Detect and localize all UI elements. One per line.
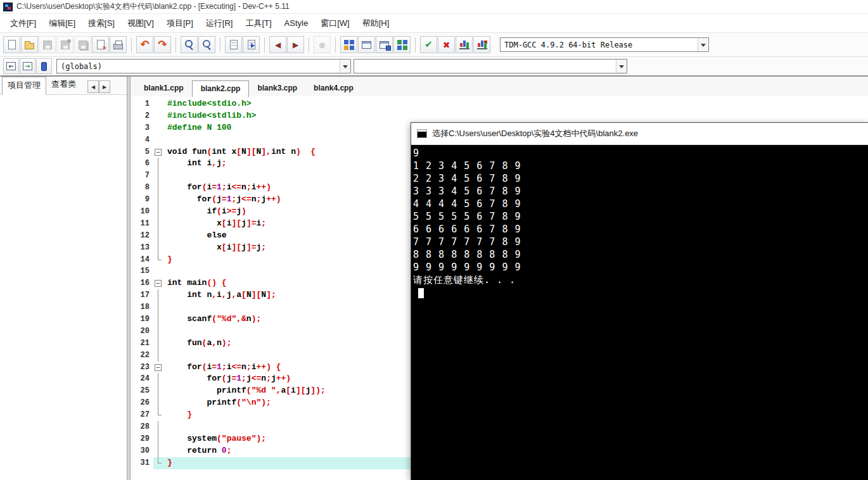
open-button[interactable] (21, 36, 38, 53)
toolbar-separator (335, 37, 336, 53)
fold-margin[interactable]: − (153, 277, 163, 289)
find-in-files-icon (201, 39, 212, 50)
compiler-select[interactable]: TDM-GCC 4.9.2 64-bit Release (500, 37, 709, 52)
fold-line (158, 289, 158, 301)
fold-line (158, 158, 158, 170)
fold-line (158, 325, 158, 338)
fold-line (158, 218, 158, 230)
run-button[interactable] (358, 36, 375, 53)
fold-margin (153, 230, 163, 242)
compiler-value: TDM-GCC 4.9.2 64-bit Release (504, 41, 632, 49)
menu-item[interactable]: 项目[P] (160, 14, 200, 33)
fold-margin (153, 445, 163, 457)
editor-tab[interactable]: blank2.cpp (192, 80, 250, 97)
fold-margin (153, 338, 163, 350)
menu-item[interactable]: 编辑[E] (42, 14, 82, 33)
goto-line-icon (248, 40, 255, 49)
fold-margin[interactable]: − (153, 146, 163, 158)
fold-collapse-icon[interactable]: − (155, 149, 162, 156)
console-output: 91 2 3 4 5 6 7 8 92 2 3 4 5 6 7 8 93 3 3… (413, 147, 868, 286)
globals-select[interactable]: (globals) (56, 59, 351, 73)
profile-icon (459, 41, 469, 49)
editor-tab[interactable]: blank4.cpp (305, 80, 362, 96)
console-body[interactable]: 91 2 3 4 5 6 7 8 92 2 3 4 5 6 7 8 93 3 3… (411, 145, 868, 480)
fold-line (158, 230, 158, 242)
stop-execution-button[interactable]: ✖ (438, 36, 455, 53)
console-cursor (418, 288, 424, 298)
line-number: 28 (131, 421, 153, 433)
bookmarks-button[interactable] (36, 58, 52, 74)
find-in-files-button[interactable] (198, 36, 215, 53)
menu-item[interactable]: 视图[V] (121, 14, 160, 33)
tab-scroll-right-button[interactable]: ▶ (99, 80, 110, 93)
fold-line (158, 301, 158, 313)
replace-button[interactable] (225, 36, 242, 53)
left-tab[interactable]: 项目管理 (2, 77, 46, 95)
code-text: fun(a,n); (163, 338, 231, 350)
app-window: C:\Users\user\Desktop\实验4文档中代码\blank2.cp… (0, 0, 868, 480)
find-button[interactable] (181, 36, 198, 53)
fold-margin[interactable]: − (153, 362, 163, 374)
menu-item[interactable]: 运行[R] (200, 14, 239, 33)
menu-item[interactable]: 搜索[S] (82, 14, 121, 33)
debug-button[interactable]: ✔ (420, 36, 437, 53)
app-icon (3, 3, 13, 11)
compile-run-button[interactable] (376, 36, 393, 53)
fold-margin (153, 206, 163, 218)
menu-item[interactable]: 工具[T] (239, 14, 278, 33)
editor-tab[interactable]: blank3.cpp (249, 80, 305, 96)
menu-item[interactable]: 帮助[H] (356, 14, 396, 33)
save-as-icon (61, 41, 70, 49)
redo-button[interactable]: ↷ (154, 36, 171, 53)
line-number: 31 (131, 457, 153, 469)
fold-margin (153, 194, 163, 206)
title-bar: C:\Users\user\Desktop\实验4文档中代码\blank2.cp… (0, 0, 868, 14)
fold-margin (153, 98, 163, 110)
profile-button[interactable] (456, 36, 473, 53)
line-number: 1 (131, 98, 153, 110)
nav-window-back-button[interactable]: ← (3, 58, 19, 74)
rebuild-all-button[interactable] (393, 36, 411, 53)
nav-window-forward-button[interactable]: → (20, 58, 35, 74)
fold-margin (153, 122, 163, 134)
line-number: 4 (131, 134, 153, 146)
nav-forward-button[interactable]: ▶ (287, 36, 304, 53)
project-tree[interactable] (0, 95, 127, 480)
undo-button[interactable]: ↶ (136, 36, 153, 53)
fold-collapse-icon[interactable]: − (155, 280, 162, 287)
nav-back-button[interactable]: ◀ (269, 36, 286, 53)
code-text (163, 170, 167, 182)
console-window[interactable]: 选择C:\Users\user\Desktop\实验4文档中代码\blank2.… (411, 122, 868, 480)
left-tab[interactable]: 查看类 (46, 76, 81, 94)
print-button[interactable] (110, 36, 127, 53)
menu-item[interactable]: AStyle (278, 14, 315, 33)
console-icon (417, 129, 427, 138)
run-icon (362, 41, 371, 49)
code-text (163, 325, 167, 338)
console-line: 请按任意键继续. . . (413, 274, 868, 286)
code-text: #include<stdlib.h> (163, 110, 256, 122)
line-number: 7 (131, 170, 153, 182)
editor-line[interactable]: 2#include<stdlib.h> (131, 110, 868, 122)
delete-profiling-button[interactable] (473, 36, 490, 53)
editor-line[interactable]: 1#include<stdio.h> (131, 98, 868, 110)
fold-line (158, 194, 158, 206)
tab-scroll-left-button[interactable]: ◀ (87, 80, 99, 93)
replace-icon (230, 40, 238, 49)
line-number: 18 (131, 301, 153, 313)
code-text: int main() { (163, 277, 227, 289)
members-select[interactable] (354, 59, 627, 73)
menu-item[interactable]: 窗口[W] (314, 14, 356, 33)
console-line: 8 8 8 8 8 8 8 8 9 (413, 248, 868, 261)
goto-line-button[interactable] (243, 36, 260, 53)
chevron-down-icon (340, 60, 350, 73)
compile-button[interactable] (340, 36, 357, 53)
fold-collapse-icon[interactable]: − (155, 364, 162, 371)
line-number: 11 (131, 218, 153, 230)
new-file-button[interactable] (3, 36, 20, 53)
close-button[interactable] (92, 36, 109, 53)
line-number: 15 (131, 265, 153, 277)
editor-tab[interactable]: blank1.cpp (136, 80, 192, 96)
menu-item[interactable]: 文件[F] (4, 14, 42, 33)
console-title-bar[interactable]: 选择C:\Users\user\Desktop\实验4文档中代码\blank2.… (411, 123, 868, 145)
